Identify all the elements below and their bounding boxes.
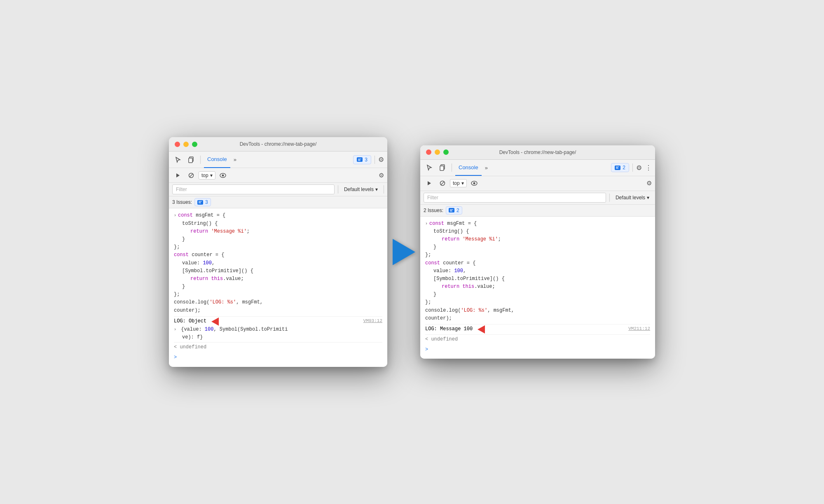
- issues-badge-right[interactable]: 2: [611, 163, 629, 172]
- issues-badge-left[interactable]: 3: [353, 155, 371, 164]
- settings-icon-right[interactable]: ⚙: [636, 164, 642, 172]
- minimize-button-right[interactable]: [435, 149, 440, 155]
- maximize-button-right[interactable]: [443, 149, 449, 155]
- divider-2-left: [375, 156, 375, 164]
- code-line-1: ›const msgFmt = {: [174, 212, 382, 219]
- maximize-button-left[interactable]: [192, 142, 197, 147]
- toolbar2-right: top ▾ ⚙: [420, 176, 655, 191]
- code-line-r11: };: [425, 299, 650, 306]
- cursor-icon-left[interactable]: [172, 154, 184, 166]
- vm-ref-left[interactable]: VM93:12: [363, 317, 382, 325]
- issues-badge2-left[interactable]: 3: [194, 198, 211, 206]
- eye-icon-left[interactable]: [217, 170, 229, 181]
- window-controls-right: [426, 149, 449, 155]
- log-output-content-right: LOG: Message 100: [425, 325, 628, 334]
- default-levels-right[interactable]: Default levels ▾: [613, 193, 652, 202]
- copy-icon-left[interactable]: [185, 154, 197, 166]
- issues-count-right: 2: [623, 165, 625, 170]
- issues-count2-right: 2: [456, 208, 459, 213]
- code-line-r3: return 'Message %i';: [425, 236, 650, 243]
- vm-ref-right[interactable]: VM211:12: [628, 325, 650, 333]
- log-obj-line1: LOG: Object: [174, 317, 288, 326]
- play-icon-right[interactable]: [424, 177, 435, 189]
- code-line-6: const counter = {: [174, 251, 382, 259]
- filter-input-left[interactable]: Filter: [172, 184, 335, 194]
- console-settings-right[interactable]: ⚙: [646, 180, 652, 187]
- top-chevron-right: ▾: [461, 180, 464, 186]
- block-icon-right[interactable]: [437, 177, 448, 189]
- code-line-7: value: 100,: [174, 259, 382, 267]
- prompt-left[interactable]: >: [174, 352, 382, 363]
- settings-icon-left[interactable]: ⚙: [378, 156, 384, 163]
- code-block-left: ›const msgFmt = { toString() { return 'M…: [174, 212, 382, 314]
- code-line-13: counter);: [174, 307, 382, 315]
- log-output-content-left: LOG: Object › {value: 100, Symbol(Symbol…: [174, 317, 363, 341]
- top-label-right: top: [453, 180, 460, 186]
- top-selector-left[interactable]: top ▾: [199, 171, 215, 180]
- code-line-r9: return this.value;: [425, 283, 650, 291]
- window-controls-left: [175, 142, 197, 147]
- close-button-right[interactable]: [426, 149, 431, 155]
- code-line-12: console.log('LOG: %s', msgFmt,: [174, 299, 382, 306]
- more-options-right[interactable]: ⋮: [645, 164, 652, 172]
- copy-icon-right[interactable]: [437, 162, 448, 173]
- code-line-4: }: [174, 236, 382, 243]
- svg-point-16: [473, 182, 475, 184]
- console-tab-left[interactable]: Console: [204, 152, 230, 168]
- code-line-r12: console.log('LOG: %s', msgFmt,: [425, 307, 650, 315]
- svg-line-5: [190, 174, 193, 177]
- play-icon-left[interactable]: [172, 170, 184, 181]
- filter-bar-right: Filter Default levels ▾: [420, 191, 655, 205]
- undefined-left: < undefined: [174, 342, 382, 352]
- block-icon-left[interactable]: [185, 170, 197, 181]
- filter-bar-left: Filter Default levels ▾: [169, 183, 387, 196]
- svg-marker-3: [176, 173, 180, 177]
- toolbar-left: Console » 3 ⚙: [169, 152, 387, 168]
- close-button-left[interactable]: [175, 142, 180, 147]
- issues-badge2-right[interactable]: 2: [446, 206, 462, 215]
- default-levels-left[interactable]: Default levels ▾: [342, 185, 380, 194]
- prompt-right[interactable]: >: [425, 344, 650, 355]
- blue-arrow-container: [387, 239, 420, 265]
- svg-rect-1: [189, 158, 192, 163]
- code-line-r7: value: 100,: [425, 267, 650, 275]
- code-line-r4: }: [425, 243, 650, 251]
- issues-icon2-right: [449, 208, 454, 212]
- console-content-left: ›const msgFmt = { toString() { return 'M…: [169, 208, 387, 366]
- code-line-r5: };: [425, 251, 650, 259]
- console-settings-left[interactable]: ⚙: [379, 172, 384, 179]
- issues-row-left: 3 Issues: 3: [169, 196, 387, 208]
- code-block-right: ›const msgFmt = { toString() { return 'M…: [425, 220, 650, 322]
- left-devtools-window: DevTools - chrome://new-tab-page/ Consol…: [169, 137, 387, 366]
- issues-icon-right: [615, 166, 620, 170]
- window-title-right: DevTools - chrome://new-tab-page/: [499, 149, 576, 155]
- top-chevron-left: ▾: [210, 173, 213, 178]
- svg-marker-12: [428, 181, 431, 185]
- code-line-3: return 'Message %i';: [174, 228, 382, 236]
- title-bar-left: DevTools - chrome://new-tab-page/: [169, 137, 387, 152]
- code-line-r6: const counter = {: [425, 259, 650, 267]
- svg-line-14: [441, 182, 444, 185]
- filter-input-right[interactable]: Filter: [424, 193, 606, 203]
- minimize-button-left[interactable]: [183, 142, 189, 147]
- log-output-right: LOG: Message 100 VM211:12: [425, 324, 650, 334]
- toolbar-right: Console » 2 ⚙ ⋮: [420, 160, 655, 176]
- red-arrow-left: [211, 317, 219, 326]
- eye-icon-right[interactable]: [468, 177, 480, 189]
- code-line-5: };: [174, 243, 382, 251]
- issues-icon-left: [357, 157, 363, 162]
- code-line-9: return this.value;: [174, 275, 382, 283]
- cursor-icon-right[interactable]: [424, 162, 435, 173]
- log-obj-detail2: ve): f}: [174, 334, 288, 341]
- code-line-r8: [Symbol.toPrimitive]() {: [425, 275, 650, 283]
- top-selector-right[interactable]: top ▾: [450, 179, 467, 187]
- console-tab-right[interactable]: Console: [455, 159, 482, 176]
- log-output-left: LOG: Object › {value: 100, Symbol(Symbol…: [174, 316, 382, 342]
- more-tabs-right[interactable]: »: [483, 163, 489, 173]
- issues-text-left: 3 Issues:: [172, 199, 192, 205]
- code-line-r10: }: [425, 291, 650, 299]
- log-text-right: LOG: Message 100: [425, 325, 473, 333]
- code-line-11: };: [174, 291, 382, 299]
- svg-rect-10: [440, 166, 444, 170]
- more-tabs-left[interactable]: »: [232, 155, 238, 164]
